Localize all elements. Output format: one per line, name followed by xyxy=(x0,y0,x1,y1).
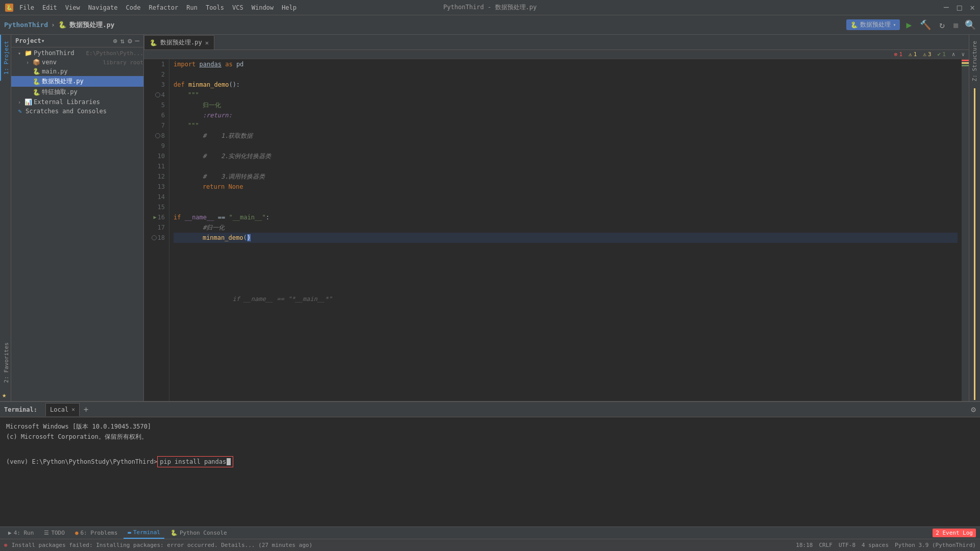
code-line-18: minman_demo() xyxy=(174,233,958,243)
hide-icon[interactable]: ─ xyxy=(135,37,139,45)
run-marker-16: ▶ xyxy=(154,212,157,222)
sidebar-header: Project▾ ⊕ ⇅ ⚙ ─ xyxy=(11,35,143,47)
gutter-error-marker xyxy=(962,60,969,61)
tool-tab-python-console[interactable]: 🐍 Python Console xyxy=(166,528,231,539)
run-tab-label: 4: Run xyxy=(14,530,34,536)
tree-item-root[interactable]: ▾ 📁 PythonThird E:\Python\Pyth... xyxy=(11,48,143,58)
code-line-2 xyxy=(174,69,958,80)
line-6: 6 xyxy=(148,110,165,120)
error-icon: ⊗ xyxy=(894,51,898,58)
tool-tab-run[interactable]: ▶ 4: Run xyxy=(4,528,38,539)
code-line-14 xyxy=(174,192,958,202)
tree-item-venv[interactable]: › 📦 venv library root xyxy=(11,58,143,67)
status-line-ending[interactable]: CRLF xyxy=(819,542,832,548)
code-line-11 xyxy=(174,161,958,171)
status-expand-down[interactable]: ∨ xyxy=(961,51,965,58)
line-11: 11 xyxy=(148,161,165,171)
reload-button[interactable]: ↻ xyxy=(937,18,947,31)
menu-run[interactable]: Run xyxy=(186,4,198,11)
event-log-badge[interactable]: 2 Event Log xyxy=(933,529,976,537)
preview-line: if __name__ == "*__main__*" xyxy=(174,294,958,304)
tab-close-button[interactable]: ✕ xyxy=(205,39,209,46)
menu-edit[interactable]: Edit xyxy=(42,4,57,11)
line-9: 9 xyxy=(148,141,165,151)
status-expand-up[interactable]: ∧ xyxy=(952,51,955,58)
line-15: 15 xyxy=(148,202,165,212)
code-line-9 xyxy=(174,141,958,151)
search-button[interactable]: 🔍 xyxy=(965,19,976,30)
line-numbers: 1 2 3 4 5 6 7 8 9 10 11 12 13 14 15 ▶16 … xyxy=(144,59,169,401)
run-config-box[interactable]: 🐍 数据预处理 ▾ xyxy=(846,19,900,30)
tree-item-main[interactable]: 🐍 main.py xyxy=(11,67,143,76)
tab-label: 数据预处理.py xyxy=(160,38,202,47)
menu-file[interactable]: File xyxy=(19,4,34,11)
menu-code[interactable]: Code xyxy=(126,4,141,11)
terminal-line-3 xyxy=(6,442,974,452)
status-error-msg[interactable]: Install packages failed: Installing pack… xyxy=(12,542,312,548)
editor-area: 🐍 数据预处理.py ✕ ⊗ 1 ⚠ 1 ⚠ 3 ✔ 1 ∧ xyxy=(144,35,969,401)
terminal-content[interactable]: Microsoft Windows [版本 10.0.19045.3570] (… xyxy=(0,417,980,527)
code-line-6: :return: xyxy=(174,110,958,120)
run-tab-icon: ▶ xyxy=(8,530,12,536)
line-17: 17 xyxy=(148,222,165,233)
status-indent[interactable]: 4 spaces xyxy=(862,542,889,548)
maximize-button[interactable]: □ xyxy=(957,3,962,12)
warn-icon: ⚠ xyxy=(909,51,912,58)
code-line-19 xyxy=(174,243,958,253)
bottom-panel: Terminal: Local ✕ + ⚙ Microsoft Windows … xyxy=(0,401,980,539)
terminal-tab-local[interactable]: Local ✕ xyxy=(45,403,80,416)
add-terminal-button[interactable]: + xyxy=(84,405,89,414)
tool-tab-problems[interactable]: ● 6: Problems xyxy=(71,528,121,539)
minimize-button[interactable]: ─ xyxy=(944,3,949,12)
tree-item-data[interactable]: 🐍 数据预处理.py xyxy=(11,76,143,87)
menu-help[interactable]: Help xyxy=(282,4,297,11)
menu-tools[interactable]: Tools xyxy=(206,4,224,11)
file-icon: 🐍 xyxy=(58,21,66,29)
tree-item-scratch[interactable]: ✎ Scratches and Consoles xyxy=(11,107,143,116)
layout-icon[interactable]: ⇅ xyxy=(120,37,125,45)
close-button[interactable]: ✕ xyxy=(970,3,975,12)
status-python-ver[interactable]: Python 3.9 (PythonThird) xyxy=(895,542,976,548)
terminal-settings-button[interactable]: ⚙ xyxy=(971,405,976,414)
tree-item-feat[interactable]: 🐍 特征抽取.py xyxy=(11,87,143,97)
project-name-label[interactable]: PythonThird xyxy=(4,21,48,29)
menu-navigate[interactable]: Navigate xyxy=(88,4,118,11)
code-line-15 xyxy=(174,202,958,212)
tree-item-ext[interactable]: › 📊 External Libraries xyxy=(11,97,143,107)
status-position[interactable]: 18:18 xyxy=(796,542,813,548)
code-line-23 xyxy=(174,284,958,294)
line-14: 14 xyxy=(148,192,165,202)
line-1: 1 xyxy=(148,59,165,69)
structure-panel-tab[interactable]: Z: Structure xyxy=(969,35,980,87)
code-editor[interactable]: 1 2 3 4 5 6 7 8 9 10 11 12 13 14 15 ▶16 … xyxy=(144,59,969,401)
prompt-cmd-box[interactable]: pip install pandas xyxy=(157,456,233,467)
window-title: PythonThird - 数据预处理.py xyxy=(444,3,537,12)
code-line-13: return None xyxy=(174,182,958,192)
target-icon[interactable]: ⊕ xyxy=(113,37,117,45)
tool-tab-terminal[interactable]: ▬ Terminal xyxy=(124,528,164,539)
line-4: 4 xyxy=(148,90,165,100)
panel-tab-project[interactable]: 1: Project xyxy=(0,35,11,81)
run-button[interactable]: ▶ xyxy=(904,18,914,31)
tree-label-feat: 特征抽取.py xyxy=(42,88,143,96)
editor-tab-data[interactable]: 🐍 数据预处理.py ✕ xyxy=(144,35,214,49)
sidebar: Project▾ ⊕ ⇅ ⚙ ─ ▾ 📁 PythonThird E:\Pyth… xyxy=(11,35,144,401)
line-3: 3 xyxy=(148,80,165,90)
terminal-line-2: (c) Microsoft Corporation。保留所有权利。 xyxy=(6,432,974,442)
status-encoding[interactable]: UTF-8 xyxy=(839,542,855,548)
gutter-ok-marker xyxy=(962,65,969,66)
menu-window[interactable]: Window xyxy=(252,4,274,11)
terminal-tabs: Terminal: Local ✕ + ⚙ xyxy=(0,402,980,417)
menu-view[interactable]: View xyxy=(65,4,80,11)
tool-tab-todo[interactable]: ☰ TODO xyxy=(40,528,69,539)
stop-button[interactable]: ◼ xyxy=(951,18,961,31)
panel-tab-favorites[interactable]: 2: Favorites xyxy=(0,336,11,389)
menu-vcs[interactable]: VCS xyxy=(232,4,243,11)
menu-refactor[interactable]: Refactor xyxy=(149,4,178,11)
build-button[interactable]: 🔨 xyxy=(918,18,933,31)
tree-path-root: E:\Python\Pyth... xyxy=(86,50,143,57)
terminal-tab-local-close[interactable]: ✕ xyxy=(71,406,75,413)
open-file-label[interactable]: 数据预处理.py xyxy=(69,20,114,30)
code-content[interactable]: import pandas as pd def minman_demo(): "… xyxy=(169,59,962,401)
settings-icon[interactable]: ⚙ xyxy=(128,37,132,45)
